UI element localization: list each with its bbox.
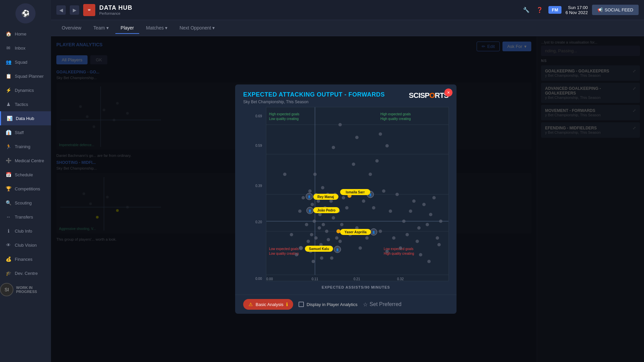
sidebar-item-medical-centre[interactable]: ➕ Medical Centre <box>0 154 51 168</box>
svg-point-94 <box>426 223 429 226</box>
svg-point-53 <box>322 223 325 226</box>
sidebar-logo: ⚽ <box>15 3 36 23</box>
sidebar-item-competitions[interactable]: 🏆 Competitions <box>0 182 51 196</box>
back-button[interactable]: ◀ <box>56 5 66 15</box>
sidebar-item-dynamics[interactable]: ⚡ Dynamics <box>0 83 51 97</box>
svg-point-33 <box>290 233 293 236</box>
sidebar-label-transfers: Transfers <box>15 215 33 220</box>
finances-icon: 💰 <box>5 256 11 262</box>
svg-point-35 <box>298 209 302 213</box>
sidebar-item-finances[interactable]: 💰 Finances <box>0 252 51 266</box>
basic-analysis-label: Basic Analysis <box>256 302 283 307</box>
svg-point-73 <box>359 246 362 250</box>
svg-point-47 <box>317 199 320 203</box>
sidebar-label-squad-planner: Squad Planner <box>15 74 44 79</box>
svg-point-99 <box>437 243 441 246</box>
scisports-logo: SCISPORTS <box>409 91 448 100</box>
sidebar-item-staff[interactable]: 👔 Staff <box>0 125 51 139</box>
help-tactics-btn[interactable]: 🔧 <box>522 5 531 14</box>
tab-player[interactable]: Player <box>115 22 140 34</box>
scatter-modal: EXPECTED ATTACKING OUTPUT - FORWARDS Sky… <box>235 84 457 314</box>
svg-point-36 <box>302 196 305 199</box>
svg-point-74 <box>362 199 365 203</box>
svg-point-46 <box>314 236 318 240</box>
inbox-icon: ✉ <box>5 45 11 51</box>
scouting-icon: 🔍 <box>5 200 11 206</box>
display-analytics-label: Display in Player Analytics <box>307 302 358 307</box>
sidebar-item-squad[interactable]: 👥 Squad <box>0 55 51 69</box>
svg-point-77 <box>372 206 375 209</box>
svg-text:High expected goals: High expected goals <box>380 112 411 116</box>
y-tick-039: 0.39 <box>256 184 262 188</box>
sidebar-label-schedule: Schedule <box>15 172 33 177</box>
svg-point-76 <box>369 173 372 176</box>
sidebar-item-club-vision[interactable]: 👁 Club Vision <box>0 238 51 252</box>
set-preferred-label: Set Preferred <box>370 301 401 307</box>
svg-point-57 <box>327 238 330 241</box>
sidebar-item-training[interactable]: 🏃 Training <box>0 139 51 154</box>
svg-text:👤: 👤 <box>308 209 312 213</box>
display-in-analytics-checkbox[interactable]: Display in Player Analytics <box>299 302 358 307</box>
y-tick-059: 0.59 <box>256 144 262 147</box>
svg-point-88 <box>409 209 412 213</box>
sidebar-label-tactics: Tactics <box>15 102 28 107</box>
svg-point-69 <box>345 206 348 209</box>
set-preferred-btn[interactable]: ☆ Set Preferred <box>363 301 401 308</box>
svg-point-44 <box>313 220 316 223</box>
sidebar-item-squad-planner[interactable]: 📋 Squad Planner <box>0 69 51 83</box>
svg-point-78 <box>375 159 379 163</box>
team-badge: W <box>83 4 95 16</box>
sidebar-item-club-info[interactable]: ℹ Club Info <box>0 224 51 238</box>
help-btn[interactable]: ❓ <box>535 5 544 14</box>
sidebar-item-tactics[interactable]: ♟ Tactics <box>0 97 51 111</box>
svg-point-43 <box>312 260 315 263</box>
sidebar-item-dev-centre[interactable]: 🎓 Dev. Centre <box>0 266 51 280</box>
svg-point-92 <box>419 253 422 256</box>
svg-text:High expected goals: High expected goals <box>269 112 300 116</box>
sidebar-item-home[interactable]: 🏠 Home <box>0 27 51 41</box>
medical-icon: ➕ <box>5 158 11 164</box>
svg-point-87 <box>406 233 409 236</box>
sidebar-item-data-hub[interactable]: 📊 Data Hub <box>0 111 51 125</box>
sidebar-label-inbox: Inbox <box>15 46 25 51</box>
tab-team[interactable]: Team ▾ <box>88 22 114 34</box>
svg-text:High quality creating: High quality creating <box>380 117 411 121</box>
tab-overview[interactable]: Overview <box>56 22 87 34</box>
watermark-text: WORK INPROGRESS <box>16 286 37 294</box>
svg-point-103 <box>332 146 335 149</box>
sidebar-item-schedule[interactable]: 📅 Schedule <box>0 168 51 182</box>
forward-button[interactable]: ▶ <box>70 5 79 15</box>
svg-text:0.11: 0.11 <box>312 277 318 281</box>
competitions-icon: 🏆 <box>5 186 11 192</box>
social-feed-label: SOCIAL FEED <box>605 7 633 12</box>
svg-point-41 <box>310 233 313 236</box>
sidebar-item-transfers[interactable]: ↔ Transfers <box>0 210 51 224</box>
social-feed-btn[interactable]: 📢 SOCIAL FEED <box>592 5 639 15</box>
svg-point-60 <box>329 199 333 203</box>
svg-point-91 <box>417 226 421 230</box>
tab-matches[interactable]: Matches ▾ <box>141 22 173 34</box>
svg-text:0.00: 0.00 <box>266 277 273 281</box>
svg-text:Low quality creating: Low quality creating <box>269 252 299 255</box>
sidebar-label-medical: Medical Centre <box>15 158 44 163</box>
info-icon: ℹ <box>286 302 288 307</box>
checkbox-icon <box>299 302 304 307</box>
sidebar: ⚽ 🏠 Home ✉ Inbox 👥 Squad 📋 Squad Planner… <box>0 0 51 362</box>
page-title: DATA HUB <box>99 4 132 11</box>
home-icon: 🏠 <box>5 31 11 37</box>
fm-badge: FM <box>548 6 561 14</box>
close-modal-button[interactable]: × <box>444 88 452 97</box>
svg-point-64 <box>335 236 338 240</box>
basic-analysis-btn[interactable]: ⚠ Basic Analysis ℹ <box>243 299 293 310</box>
sidebar-label-dev-centre: Dev. Centre <box>15 271 38 276</box>
tab-next-opponent[interactable]: Next Opponent ▾ <box>174 22 220 34</box>
sidebar-label-scouting: Scouting <box>15 200 32 205</box>
sidebar-item-scouting[interactable]: 🔍 Scouting <box>0 196 51 210</box>
sidebar-label-home: Home <box>15 32 26 37</box>
sidebar-item-inbox[interactable]: ✉ Inbox <box>0 41 51 55</box>
modal-header: EXPECTED ATTACKING OUTPUT - FORWARDS Sky… <box>235 84 457 107</box>
navtabs: Overview Team ▾ Player Matches ▾ Next Op… <box>51 20 644 36</box>
club-info-icon: ℹ <box>5 228 11 234</box>
svg-point-39 <box>308 189 312 193</box>
svg-text:Samuel Kalu: Samuel Kalu <box>309 247 329 251</box>
